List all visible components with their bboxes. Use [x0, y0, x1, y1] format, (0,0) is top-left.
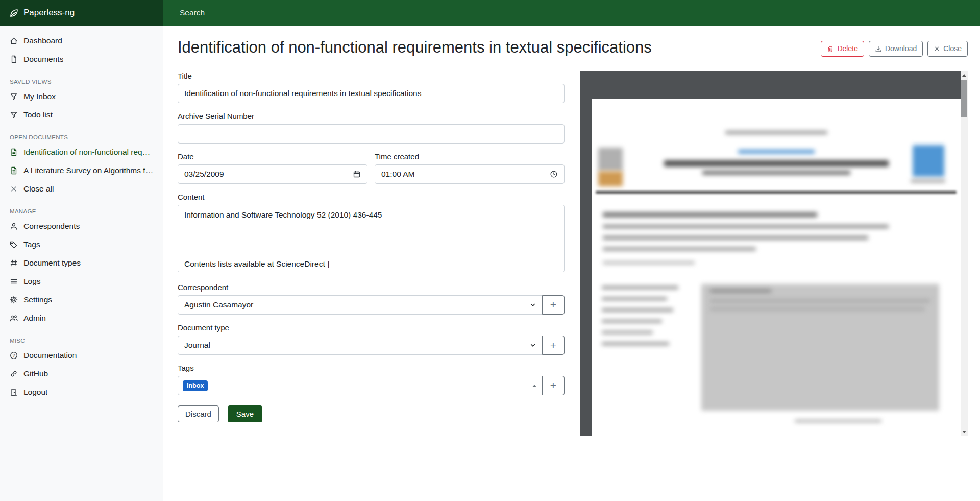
sidebar: Dashboard Documents SAVED VIEWS My Inbox…: [0, 26, 163, 501]
blurred-content: [701, 284, 939, 411]
close-button-label: Close: [943, 44, 962, 54]
blurred-content: [911, 180, 945, 182]
correspondent-value: Agustin Casamayor: [184, 300, 253, 309]
app-brand[interactable]: Paperless-ng: [0, 0, 163, 26]
sidebar-item-label: My Inbox: [23, 92, 56, 101]
document-edit-form: Title Archive Serial Number Date 03/25/2…: [178, 71, 565, 438]
scroll-down-arrow-icon[interactable]: [961, 428, 968, 436]
sidebar-item-close-all[interactable]: Close all: [0, 180, 163, 198]
correspondent-select[interactable]: Agustin Casamayor: [178, 295, 543, 315]
content-textarea[interactable]: Information and Software Technology 52 (…: [178, 205, 565, 272]
document-type-select[interactable]: Journal: [178, 336, 543, 355]
tags-label: Tags: [178, 364, 565, 372]
blurred-content: [602, 320, 662, 323]
title-input[interactable]: [178, 84, 565, 103]
sidebar-item-label: Admin: [23, 314, 46, 323]
add-tag-button[interactable]: +: [542, 376, 565, 395]
sidebar-item-documentation[interactable]: ? Documentation: [0, 346, 163, 365]
asn-label: Archive Serial Number: [178, 112, 565, 121]
file-text-icon: [10, 148, 18, 156]
funnel-icon: [10, 111, 18, 119]
sidebar-item-label: Settings: [23, 295, 52, 304]
blurred-content: [795, 420, 881, 422]
sidebar-item-label: Dashboard: [23, 36, 62, 45]
sidebar-item-open-doc-2[interactable]: A Literature Survey on Algorithms for Mu…: [0, 161, 163, 180]
trash-icon: [827, 45, 834, 53]
blurred-content: [738, 150, 815, 154]
add-correspondent-button[interactable]: +: [542, 295, 565, 315]
sidebar-item-open-doc-1[interactable]: Identification of non-functional require…: [0, 143, 163, 161]
sidebar-item-label: Tags: [23, 240, 40, 249]
sidebar-item-admin[interactable]: Admin: [0, 309, 163, 327]
sidebar-item-logs[interactable]: Logs: [0, 272, 163, 291]
document-actions: Delete Download Close: [821, 37, 968, 57]
date-input[interactable]: 03/25/2009: [178, 164, 368, 184]
funnel-icon: [10, 92, 18, 101]
sidebar-item-label: GitHub: [23, 369, 48, 378]
time-created-input[interactable]: 01:00 AM: [375, 164, 565, 184]
people-icon: [10, 314, 18, 322]
title-label: Title: [178, 71, 565, 80]
preview-scrollbar[interactable]: [961, 71, 968, 436]
sidebar-item-todo-list[interactable]: Todo list: [0, 106, 163, 124]
svg-text:?: ?: [13, 353, 15, 358]
search-input[interactable]: [179, 8, 434, 18]
sidebar-item-tags[interactable]: Tags: [0, 235, 163, 254]
blurred-content: [602, 286, 678, 289]
sidebar-section-saved-views: SAVED VIEWS: [10, 79, 154, 85]
sidebar-item-dashboard[interactable]: Dashboard: [0, 32, 163, 50]
sidebar-item-label: Identification of non-functional require…: [23, 148, 154, 157]
blurred-content: [598, 171, 623, 186]
discard-button[interactable]: Discard: [178, 405, 219, 422]
sidebar-item-document-types[interactable]: Document types: [0, 254, 163, 272]
time-created-value: 01:00 AM: [381, 170, 415, 179]
list-icon: [10, 277, 18, 285]
gear-icon: [10, 296, 18, 304]
download-button-label: Download: [885, 44, 917, 54]
save-button[interactable]: Save: [228, 405, 262, 422]
person-icon: [10, 222, 18, 230]
scroll-up-arrow-icon[interactable]: [961, 71, 968, 79]
sidebar-item-label: Documents: [23, 55, 63, 64]
sidebar-item-correspondents[interactable]: Correspondents: [0, 217, 163, 235]
sidebar-item-github[interactable]: GitHub: [0, 365, 163, 383]
file-icon: [10, 55, 18, 63]
question-circle-icon: ?: [10, 351, 18, 360]
sidebar-item-label: Close all: [23, 184, 54, 194]
download-button[interactable]: Download: [869, 41, 923, 57]
blurred-content: [602, 342, 669, 345]
blurred-content: [603, 225, 889, 228]
close-button[interactable]: Close: [927, 41, 968, 57]
date-label: Date: [178, 152, 368, 161]
add-document-type-button[interactable]: +: [542, 336, 565, 355]
sidebar-item-label: Logs: [23, 277, 41, 286]
preview-scrollbar-thumb[interactable]: [961, 80, 967, 117]
sidebar-section-misc: MISC: [10, 338, 154, 344]
chevron-down-icon: [530, 342, 536, 348]
pdf-preview[interactable]: [580, 71, 968, 436]
sidebar-item-settings[interactable]: Settings: [0, 291, 163, 309]
download-icon: [875, 45, 882, 53]
search-area: [163, 0, 980, 26]
blurred-content: [602, 308, 673, 312]
asn-input[interactable]: [178, 124, 565, 144]
close-icon: [934, 45, 940, 52]
brand-label: Paperless-ng: [23, 8, 75, 18]
sidebar-item-logout[interactable]: Logout: [0, 383, 163, 401]
document-type-label: Document type: [178, 323, 565, 332]
sidebar-item-my-inbox[interactable]: My Inbox: [0, 87, 163, 106]
content-label: Content: [178, 193, 565, 201]
page-title: Identification of non-functional require…: [178, 37, 652, 58]
blurred-content: [596, 191, 957, 194]
sidebar-item-label: A Literature Survey on Algorithms for Mu…: [23, 166, 154, 175]
tag-badge-inbox[interactable]: Inbox: [183, 380, 208, 391]
close-icon: [10, 185, 18, 193]
delete-button[interactable]: Delete: [821, 41, 864, 57]
blurred-content: [603, 261, 695, 264]
blurred-content: [710, 289, 771, 293]
tags-dropdown-toggle[interactable]: [526, 376, 543, 395]
calendar-icon: [353, 170, 361, 178]
sidebar-item-documents[interactable]: Documents: [0, 50, 163, 68]
tags-input[interactable]: Inbox: [178, 376, 526, 395]
blurred-content: [710, 307, 925, 311]
